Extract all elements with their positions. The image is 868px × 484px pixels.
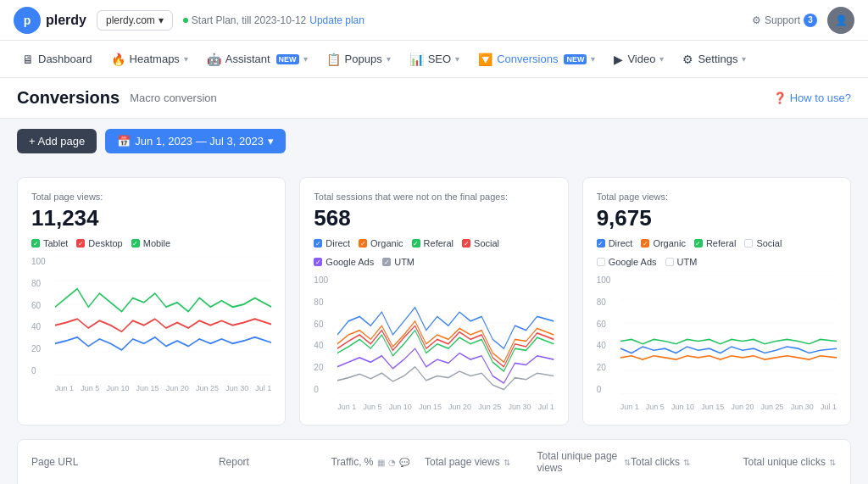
organic3-label: Organic [653,238,686,248]
chart2-value: 568 [314,205,554,231]
col-unique-clicks[interactable]: Total unique clicks ⇅ [743,456,837,468]
chart2-legend: ✓ Direct ✓ Organic ✓ Referal ✓ Social ✓ [314,238,554,267]
col-total-clicks[interactable]: Total clicks ⇅ [631,456,743,468]
utm3-check [665,258,674,266]
popups-icon: 📋 [326,53,341,66]
nav-item-seo[interactable]: 📊 SEO ▾ [401,47,468,71]
conversions-chevron: ▾ [591,54,595,64]
legend-google-ads: ✓ Google Ads [314,257,374,267]
legend-direct: ✓ Direct [314,238,350,248]
settings-icon: ⚙ [682,53,693,66]
conversions-icon: 🔽 [478,53,492,66]
chart3-value: 9,675 [597,205,837,231]
traffic-icons: ▦ ◔ 💬 [377,458,409,467]
social3-label: Social [756,238,782,248]
col-page-url: Page URL [31,456,219,468]
plan-dot [183,18,188,23]
nav-item-video[interactable]: ▶ Video ▾ [605,47,672,71]
date-range-label: Jun 1, 2023 — Jul 3, 2023 [135,135,264,147]
seo-icon: 📊 [409,53,424,66]
heatmaps-chevron: ▾ [184,54,188,64]
chart1-value: 11,234 [31,205,271,231]
direct-check: ✓ [314,239,322,248]
avatar[interactable]: 👤 [827,7,854,34]
chart-pageviews-2: Total page views: 9,675 ✓ Direct ✓ Organ… [582,177,851,426]
nav-label-assistant: Assistant [225,53,270,65]
support-button[interactable]: ⚙ Support 3 [752,14,817,27]
table-header: Page URL Report Traffic, % ▦ ◔ 💬 Total p… [18,440,850,484]
col-unique-clicks-label: Total unique clicks [743,456,826,468]
chart1-area: 100806040200 [31,257,271,392]
chart2-label: Total sessions that were not on the fina… [314,192,554,202]
nav-item-conversions[interactable]: 🔽 Conversions NEW ▾ [470,47,604,71]
chart-sessions: Total sessions that were not on the fina… [299,177,568,426]
traffic-icon-pie: ◔ [388,458,396,467]
navbar: 🖥 Dashboard 🔥 Heatmaps ▾ 🤖 Assistant NEW… [0,41,868,78]
referal-check: ✓ [412,239,420,248]
nav-item-heatmaps[interactable]: 🔥 Heatmaps ▾ [103,47,197,71]
plan-text: Start Plan, till 2023-10-12 [192,14,306,26]
legend-desktop: ✓ Desktop [76,238,122,248]
settings-chevron: ▾ [742,54,746,64]
referal3-check: ✓ [694,239,703,248]
plan-badge: Start Plan, till 2023-10-12 Update plan [183,14,364,26]
social-label: Social [474,238,499,248]
chart2-x-labels: Jun 1Jun 5Jun 10Jun 15Jun 20Jun 25Jun 30… [337,403,554,411]
traffic-icon-bar: ▦ [377,458,385,467]
assistant-chevron: ▾ [303,54,308,64]
direct-label: Direct [326,238,350,248]
nav-item-popups[interactable]: 📋 Popups ▾ [318,47,399,71]
how-to-use-link[interactable]: ❓ How to use? [773,92,851,104]
nav-item-assistant[interactable]: 🤖 Assistant NEW ▾ [198,47,316,71]
legend-tablet: ✓ Tablet [31,238,68,248]
seo-chevron: ▾ [455,54,459,64]
col-unique-page-views-label: Total unique page views [537,450,620,474]
question-icon: ❓ [773,92,787,104]
chart1-svg [55,257,271,376]
conversions-badge: NEW [564,54,587,64]
direct3-label: Direct [609,238,633,248]
mobile-label: Mobile [143,238,170,248]
chart2-svg [337,275,554,394]
legend3-organic: ✓ Organic [641,238,686,248]
topbar-right: ⚙ Support 3 👤 [752,7,854,34]
page-title: Conversions [17,88,120,108]
date-range-button[interactable]: 📅 Jun 1, 2023 — Jul 3, 2023 ▾ [105,129,286,153]
nav-item-settings[interactable]: ⚙ Settings ▾ [674,47,754,71]
dashboard-icon: 🖥 [22,53,34,66]
chart1-label: Total page views: [31,192,271,202]
google-ads3-label: Google Ads [609,257,657,267]
chart3-area: 100806040200 [597,275,837,411]
col-traffic: Traffic, % ▦ ◔ 💬 [331,456,424,468]
sort-total-clicks: ⇅ [683,458,690,467]
utm3-label: UTM [677,257,698,267]
video-chevron: ▾ [659,54,664,64]
update-plan-link[interactable]: Update plan [309,14,364,26]
topbar: p plerdy plerdy.com ▾ Start Plan, till 2… [0,0,868,41]
legend-mobile: ✓ Mobile [131,238,170,248]
nav-label-settings: Settings [698,53,737,65]
logo: p plerdy [14,7,86,34]
google-ads-label: Google Ads [326,257,374,267]
support-label: Support [765,14,800,26]
legend3-social: Social [744,238,782,248]
domain-selector[interactable]: plerdy.com ▾ [97,10,173,31]
nav-item-dashboard[interactable]: 🖥 Dashboard [14,47,101,71]
col-total-page-views[interactable]: Total page views ⇅ [425,456,537,468]
mobile-check: ✓ [131,239,140,248]
organic3-check: ✓ [641,239,649,248]
page-header-left: Conversions Macro conversion [17,88,217,108]
legend3-direct: ✓ Direct [597,238,633,248]
col-report-label: Report [219,456,249,468]
logo-icon: p [14,7,41,34]
col-total-page-views-label: Total page views [425,456,500,468]
referal-label: Referal [424,238,453,248]
col-page-url-label: Page URL [31,456,78,468]
chart3-svg [620,275,837,394]
nav-label-heatmaps: Heatmaps [130,53,180,65]
add-page-button[interactable]: + Add page [17,129,97,153]
col-unique-page-views[interactable]: Total unique page views ⇅ [537,450,631,474]
tablet-label: Tablet [43,238,68,248]
nav-label-conversions: Conversions [497,53,558,65]
legend-referal: ✓ Referal [412,238,453,248]
